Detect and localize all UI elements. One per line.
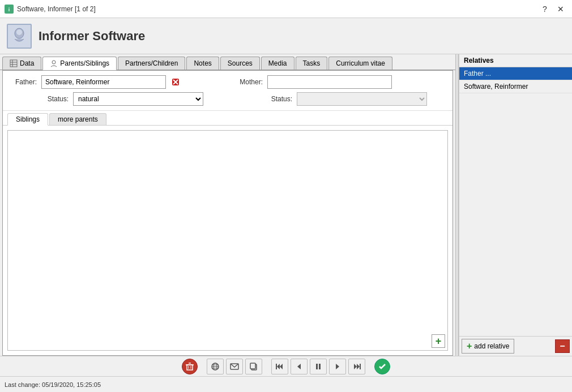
svg-point-3 <box>16 29 22 35</box>
app-header: Informer Software <box>0 18 572 54</box>
father-row: Father: <box>10 75 222 89</box>
relatives-panel: Relatives Father ... Software, Reinforme… <box>459 54 572 356</box>
father-status-select[interactable]: natural adopted foster <box>73 92 203 106</box>
web-button[interactable] <box>207 359 224 374</box>
sub-tab-siblings-label: Siblings <box>16 115 40 123</box>
nav-last-button[interactable] <box>348 359 365 374</box>
father-status-label: Status: <box>41 95 69 103</box>
tab-tasks-label: Tasks <box>303 59 321 67</box>
sub-tab-more-parents[interactable]: more parents <box>49 113 106 125</box>
relative-item-software-reinformer[interactable]: Software, Reinformer <box>459 80 572 93</box>
relative-item-father[interactable]: Father ... <box>459 67 572 80</box>
close-button[interactable]: ✕ <box>554 2 567 16</box>
relative-father-label: Father ... <box>464 70 491 77</box>
parents-both: Father: Status: <box>10 75 446 106</box>
parents-tab-icon <box>50 59 58 67</box>
tab-bar: Data Parents/Siblings Partners/Children … <box>0 54 455 70</box>
svg-marker-32 <box>354 364 357 369</box>
nav-first-icon <box>276 363 284 371</box>
relatives-header: Relatives <box>459 54 572 67</box>
tab-tasks[interactable]: Tasks <box>296 57 328 70</box>
sub-tab-siblings[interactable]: Siblings <box>7 113 48 126</box>
father-input[interactable] <box>41 75 166 89</box>
mother-column: Mother: Status: <box>233 75 446 106</box>
relative-software-label: Software, Reinformer <box>464 83 528 91</box>
tab-data-label: Data <box>20 59 34 67</box>
father-column: Father: Status: <box>10 75 222 106</box>
window-title: Software, Informer [1 of 2] <box>17 5 96 13</box>
tab-data[interactable]: Data <box>2 57 41 70</box>
email-icon <box>230 362 239 371</box>
svg-text:i: i <box>8 6 10 12</box>
left-panel: Data Parents/Siblings Partners/Children … <box>0 54 455 356</box>
nav-next-icon <box>334 363 342 371</box>
nav-next-button[interactable] <box>329 359 346 374</box>
add-relative-icon: + <box>467 341 472 351</box>
father-clear-button[interactable] <box>170 77 181 87</box>
app-title: Informer Software <box>39 29 145 44</box>
mother-status-row: Status: <box>265 92 446 106</box>
tab-media-label: Media <box>268 59 287 67</box>
mother-row: Mother: <box>233 75 446 89</box>
confirm-icon <box>378 362 387 371</box>
svg-rect-29 <box>316 364 318 369</box>
mother-input[interactable] <box>267 75 392 89</box>
tab-partners-children-label: Partners/Children <box>125 59 178 67</box>
email-button[interactable] <box>226 359 243 374</box>
tab-notes[interactable]: Notes <box>186 57 219 70</box>
relatives-footer: + add relative − <box>459 336 572 356</box>
svg-rect-4 <box>10 60 17 67</box>
status-bar: Last change: 05/19/2020, 15:25:05 <box>0 376 572 392</box>
tab-media[interactable]: Media <box>261 57 294 70</box>
add-relative-label: add relative <box>474 342 509 350</box>
mother-status-label: Status: <box>265 95 292 103</box>
svg-rect-30 <box>319 364 321 369</box>
svg-marker-33 <box>357 364 360 369</box>
nav-last-icon <box>353 363 361 371</box>
app-icon: i <box>5 5 14 14</box>
sub-tab-bar: Siblings more parents <box>3 111 453 126</box>
add-sibling-button[interactable]: + <box>432 334 445 348</box>
delete-button[interactable] <box>182 359 198 374</box>
tab-partners-children[interactable]: Partners/Children <box>118 57 185 70</box>
confirm-button[interactable] <box>374 359 390 374</box>
svg-marker-28 <box>297 364 301 369</box>
content-area: Father: Status: <box>2 70 453 356</box>
svg-marker-31 <box>336 364 339 369</box>
svg-rect-12 <box>187 365 193 370</box>
bottom-toolbar <box>0 356 572 376</box>
main-layout: Data Parents/Siblings Partners/Children … <box>0 54 572 356</box>
nav-pause-button[interactable] <box>310 359 327 374</box>
svg-marker-26 <box>280 364 283 369</box>
data-tab-icon <box>10 59 18 67</box>
nav-prev-button[interactable] <box>291 359 308 374</box>
father-label: Father: <box>10 78 37 86</box>
tab-curriculum-vitae[interactable]: Curriculum vitae <box>328 57 392 70</box>
nav-first-button[interactable] <box>271 359 288 374</box>
father-status-row: Status: natural adopted foster <box>41 92 222 106</box>
tab-curriculum-vitae-label: Curriculum vitae <box>336 59 385 67</box>
copy-button[interactable] <box>245 359 262 374</box>
add-relative-button[interactable]: + add relative <box>462 339 514 354</box>
app-logo <box>7 24 32 49</box>
mother-label: Mother: <box>233 78 263 86</box>
nav-prev-icon <box>295 363 303 371</box>
svg-rect-24 <box>250 363 255 369</box>
parents-section: Father: Status: <box>3 71 453 111</box>
tab-sources[interactable]: Sources <box>220 57 260 70</box>
remove-relative-button[interactable]: − <box>555 339 570 353</box>
copy-icon <box>249 362 258 371</box>
window-controls: ? ✕ <box>538 2 567 16</box>
svg-point-8 <box>52 61 56 64</box>
titlebar-left: i Software, Informer [1 of 2] <box>5 5 96 14</box>
sub-tab-more-parents-label: more parents <box>58 115 98 123</box>
delete-icon <box>185 362 194 371</box>
tab-parents-siblings[interactable]: Parents/Siblings <box>42 57 117 70</box>
help-button[interactable]: ? <box>538 2 552 16</box>
tab-sources-label: Sources <box>228 59 253 67</box>
tab-notes-label: Notes <box>194 59 211 67</box>
svg-marker-25 <box>277 364 280 369</box>
mother-status-select[interactable] <box>297 92 427 106</box>
nav-pause-icon <box>314 363 322 371</box>
siblings-area: + <box>7 130 448 351</box>
